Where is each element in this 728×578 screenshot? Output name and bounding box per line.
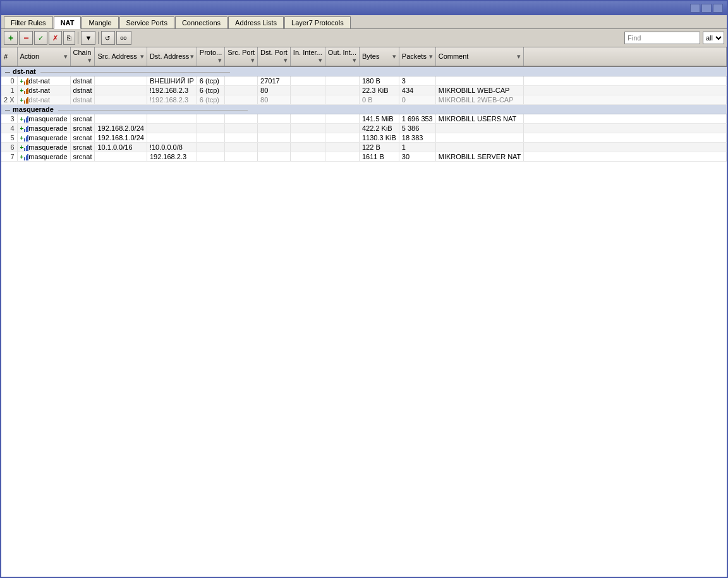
row-packets: 1 xyxy=(399,143,435,152)
row-action: + masquerade xyxy=(17,114,70,124)
table-row[interactable]: 6 + masquerade srcnat 10.1.0.0/16 !10.0.… xyxy=(1,143,727,152)
row-src-port xyxy=(225,143,258,152)
col-dst-address[interactable]: Dst. Address ▾ xyxy=(147,47,197,66)
table-row[interactable]: 3 + masquerade srcnat 141.5 MiB 1 696 35… xyxy=(1,114,727,124)
col-out-inter[interactable]: Out. Int... ▾ xyxy=(325,47,359,66)
row-extra xyxy=(524,95,727,105)
reset-counters-button[interactable]: ↺ xyxy=(101,31,115,45)
row-src-address: 192.168.1.0/24 xyxy=(95,133,147,143)
search-scope-select[interactable]: all xyxy=(703,32,724,44)
disable-button[interactable]: ✗ xyxy=(49,31,62,45)
row-index: 6 xyxy=(1,143,17,152)
row-out-inter xyxy=(325,143,359,152)
row-index: 4 xyxy=(1,124,17,133)
row-extra xyxy=(524,152,727,162)
group-header-row: dst-nat xyxy=(1,66,727,76)
minimize-button[interactable] xyxy=(690,4,700,13)
action-label: dst-nat xyxy=(28,77,50,85)
row-dst-address: !192.168.2.3 xyxy=(147,95,197,105)
row-action: + dst-nat xyxy=(17,76,70,86)
tab-mangle[interactable]: Mangle xyxy=(82,16,118,28)
table-row[interactable]: 0 + dst-nat dstnat ВНЕШНИЙ IP 6 (tcp) 27… xyxy=(1,76,727,86)
row-src-port xyxy=(225,114,258,124)
table-row[interactable]: 5 + masquerade srcnat 192.168.1.0/24 113… xyxy=(1,133,727,143)
row-src-address: 10.1.0.0/16 xyxy=(95,143,147,152)
row-proto xyxy=(197,133,224,143)
reset-all-icon: oo xyxy=(120,35,126,41)
row-chain: srcnat xyxy=(70,143,95,152)
row-chain: srcnat xyxy=(70,124,95,133)
col-chain[interactable]: Chain ▾ xyxy=(70,47,95,66)
main-window: Filter Rules NAT Mangle Service Ports Co… xyxy=(0,0,728,578)
row-chain: srcnat xyxy=(70,114,95,124)
row-dst-port xyxy=(258,152,291,162)
col-action[interactable]: Action ▾ xyxy=(17,47,70,66)
table-row[interactable]: 1 + dst-nat dstnat !192.168.2.3 6 (tcp) … xyxy=(1,86,727,95)
row-dst-address xyxy=(147,124,197,133)
title-bar xyxy=(1,1,727,15)
table-row[interactable]: 7 + masquerade srcnat 192.168.2.3 1611 B… xyxy=(1,152,727,162)
maximize-button[interactable] xyxy=(701,4,712,13)
row-bytes: 1611 B xyxy=(359,152,399,162)
col-src-port[interactable]: Src. Port ▾ xyxy=(225,47,258,66)
table-row[interactable]: 4 + masquerade srcnat 192.168.2.0/24 422… xyxy=(1,124,727,133)
row-src-port xyxy=(225,124,258,133)
col-in-inter[interactable]: In. Inter... ▾ xyxy=(290,47,325,66)
row-dst-port xyxy=(258,114,291,124)
table-row[interactable]: 2 X + dst-nat dstnat !192.168.2.3 6 (tcp… xyxy=(1,95,727,105)
col-comment[interactable]: Comment ▾ xyxy=(435,47,524,66)
row-dst-address xyxy=(147,133,197,143)
tab-service-ports[interactable]: Service Ports xyxy=(119,16,174,28)
row-bytes: 1130.3 KiB xyxy=(359,133,399,143)
row-dst-address: ВНЕШНИЙ IP xyxy=(147,76,197,86)
row-out-inter xyxy=(325,76,359,86)
tab-nat[interactable]: NAT xyxy=(54,16,82,29)
row-index: 1 xyxy=(1,86,17,95)
row-src-address xyxy=(95,114,147,124)
filter-button[interactable]: ▼ xyxy=(81,31,95,45)
row-packets: 18 383 xyxy=(399,133,435,143)
tab-connections[interactable]: Connections xyxy=(175,16,228,28)
add-button[interactable]: + xyxy=(4,31,18,45)
col-dst-port[interactable]: Dst. Port ▾ xyxy=(258,47,291,66)
row-action: + masquerade xyxy=(17,124,70,133)
row-dst-port: 27017 xyxy=(258,76,291,86)
col-bytes[interactable]: Bytes ▾ xyxy=(359,47,399,66)
separator-2 xyxy=(98,32,99,44)
copy-icon: ⎘ xyxy=(67,34,71,42)
group-header-label: dst-nat xyxy=(1,66,727,76)
enable-button[interactable]: ✓ xyxy=(34,31,47,45)
reset-all-counters-button[interactable]: oo xyxy=(116,31,131,45)
tab-layer7[interactable]: Layer7 Protocols xyxy=(284,16,351,28)
row-in-inter xyxy=(290,95,325,105)
col-src-address[interactable]: Src. Address ▾ xyxy=(95,47,147,66)
row-index: 7 xyxy=(1,152,17,162)
cross-icon: ✗ xyxy=(52,34,58,42)
tab-filter-rules[interactable]: Filter Rules xyxy=(4,16,53,28)
row-src-port xyxy=(225,76,258,86)
copy-button[interactable]: ⎘ xyxy=(63,31,75,45)
row-packets: 30 xyxy=(399,152,435,162)
remove-button[interactable]: − xyxy=(19,31,33,45)
row-bytes: 22.3 KiB xyxy=(359,86,399,95)
row-src-port xyxy=(225,133,258,143)
action-label: masquerade xyxy=(28,153,67,160)
row-out-inter xyxy=(325,124,359,133)
row-dst-port: 80 xyxy=(258,86,291,95)
col-proto[interactable]: Proto... ▾ xyxy=(197,47,224,66)
tab-address-lists[interactable]: Address Lists xyxy=(228,16,284,28)
row-chain: srcnat xyxy=(70,152,95,162)
row-src-port xyxy=(225,95,258,105)
row-out-inter xyxy=(325,95,359,105)
close-button[interactable] xyxy=(713,4,723,13)
action-label: dst-nat xyxy=(28,87,50,94)
reset-icon: ↺ xyxy=(105,35,110,42)
row-in-inter xyxy=(290,152,325,162)
menu-tabs: Filter Rules NAT Mangle Service Ports Co… xyxy=(1,15,727,29)
row-proto xyxy=(197,124,224,133)
row-index: 3 xyxy=(1,114,17,124)
search-input[interactable] xyxy=(624,32,700,44)
row-out-inter xyxy=(325,114,359,124)
col-packets[interactable]: Packets ▾ xyxy=(399,47,435,66)
row-proto xyxy=(197,152,224,162)
